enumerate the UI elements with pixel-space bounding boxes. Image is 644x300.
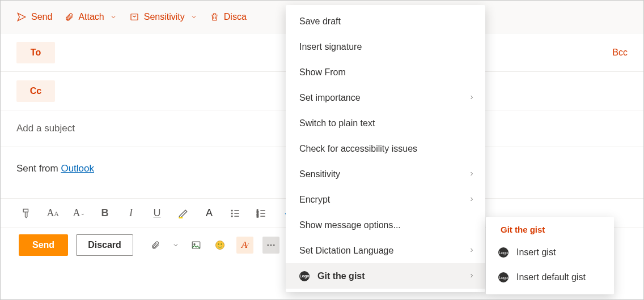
font-color-icon[interactable]: A xyxy=(204,208,215,219)
menu-item-label: Switch to plain text xyxy=(299,118,375,128)
send-icon xyxy=(16,12,27,22)
menu-item-label: Save draft xyxy=(299,16,341,27)
toolbar-sensitivity-button[interactable]: Sensitivity xyxy=(129,12,197,22)
menu-item-git-the-gist[interactable]: LogoGit the gist xyxy=(286,263,485,289)
chevron-right-icon xyxy=(468,271,475,281)
chevron-right-icon xyxy=(468,93,475,103)
bold-icon[interactable]: B xyxy=(99,208,111,219)
svg-point-11 xyxy=(221,243,222,245)
menu-item-label: Check for accessibility issues xyxy=(299,144,417,154)
underline-icon[interactable]: U xyxy=(151,208,163,219)
bcc-link[interactable]: Bcc xyxy=(612,48,628,58)
menu-item-label: Insert signature xyxy=(299,42,362,52)
toolbar-sensitivity-label: Sensitivity xyxy=(144,12,185,22)
more-options-button[interactable] xyxy=(262,237,279,254)
chevron-down-icon xyxy=(190,14,197,20)
numbered-list-icon[interactable]: 123 xyxy=(256,208,267,219)
cc-chip[interactable]: Cc xyxy=(16,80,55,102)
send-button[interactable]: Send xyxy=(19,234,68,256)
submenu-item-insert-default-gist[interactable]: LogoInsert default gist xyxy=(486,265,614,290)
sensitivity-icon xyxy=(129,12,139,22)
addon-logo-icon: Logo xyxy=(498,247,509,258)
font-size-icon[interactable]: A⌄ xyxy=(73,208,84,219)
svg-text:3: 3 xyxy=(257,214,259,217)
toolbar-send-button[interactable]: Send xyxy=(16,12,52,22)
menu-item-check-for-accessibility-issues[interactable]: Check for accessibility issues xyxy=(286,136,485,161)
menu-item-save-draft[interactable]: Save draft xyxy=(286,8,485,34)
bullet-list-icon[interactable] xyxy=(230,208,241,219)
more-options-menu: Save draftInsert signatureShow FromSet i… xyxy=(286,5,485,292)
menu-item-label: Sensitivity xyxy=(299,169,340,179)
menu-item-switch-to-plain-text[interactable]: Switch to plain text xyxy=(286,110,485,136)
paperclip-icon xyxy=(65,12,74,22)
svg-point-10 xyxy=(218,243,219,245)
submenu-header: Git the gist xyxy=(486,222,614,240)
git-the-gist-submenu: Git the gist LogoInsert gistLogoInsert d… xyxy=(486,217,614,294)
toolbar-attach-label: Attach xyxy=(78,12,104,22)
menu-item-encrypt[interactable]: Encrypt xyxy=(286,187,485,212)
addon-logo-icon: Logo xyxy=(299,271,310,281)
submenu-item-label: Insert gist xyxy=(516,247,556,258)
menu-item-label: Show message options... xyxy=(299,220,401,230)
svg-point-12 xyxy=(267,244,269,246)
insert-picture-icon[interactable] xyxy=(189,238,204,252)
addon-logo-icon: Logo xyxy=(498,272,509,282)
svg-point-8 xyxy=(194,243,195,245)
svg-point-3 xyxy=(231,216,232,217)
menu-item-show-message-options[interactable]: Show message options... xyxy=(286,212,485,238)
svg-point-14 xyxy=(273,244,275,246)
svg-point-2 xyxy=(231,213,232,214)
submenu-item-insert-gist[interactable]: LogoInsert gist xyxy=(486,240,614,265)
chevron-right-icon xyxy=(468,195,475,205)
chevron-right-icon xyxy=(468,169,475,179)
chevron-right-icon xyxy=(468,246,475,256)
toolbar-send-label: Send xyxy=(31,12,52,22)
toolbar-discard-label: Discard xyxy=(224,12,247,22)
menu-item-set-importance[interactable]: Set importance xyxy=(286,85,485,110)
svg-point-9 xyxy=(215,241,224,249)
menu-item-label: Show From xyxy=(299,67,346,78)
highlight-icon[interactable] xyxy=(177,208,189,219)
submenu-item-label: Insert default gist xyxy=(516,272,586,282)
chevron-down-icon xyxy=(110,14,117,20)
attach-icon-button[interactable] xyxy=(148,238,163,252)
italic-icon[interactable]: I xyxy=(125,208,137,219)
menu-item-label: Set Dictation Language xyxy=(299,246,393,256)
bottom-icon-row: A⁄ xyxy=(148,237,279,254)
outlook-link[interactable]: Outlook xyxy=(61,163,94,174)
menu-item-show-from[interactable]: Show From xyxy=(286,59,485,85)
menu-item-label: Git the gist xyxy=(317,271,365,281)
menu-item-sensitivity[interactable]: Sensitivity xyxy=(286,161,485,187)
font-icon[interactable]: AA xyxy=(47,208,58,219)
menu-item-set-dictation-language[interactable]: Set Dictation Language xyxy=(286,238,485,263)
svg-point-13 xyxy=(270,244,272,246)
toolbar-attach-button[interactable]: Attach xyxy=(65,12,116,22)
chevron-down-icon[interactable] xyxy=(172,238,180,252)
emoji-icon[interactable] xyxy=(213,238,227,252)
format-painter-icon[interactable] xyxy=(21,208,32,219)
show-formatting-icon[interactable]: A⁄ xyxy=(236,237,253,254)
trash-icon xyxy=(210,12,219,22)
menu-item-label: Set importance xyxy=(299,93,361,103)
svg-point-1 xyxy=(231,210,232,211)
discard-button[interactable]: Discard xyxy=(76,234,133,256)
menu-item-label: Encrypt xyxy=(299,195,330,205)
menu-item-insert-signature[interactable]: Insert signature xyxy=(286,34,485,59)
to-chip[interactable]: To xyxy=(16,42,55,63)
signature-prefix: Sent from xyxy=(16,163,61,174)
toolbar-discard-button[interactable]: Discard xyxy=(210,12,247,22)
